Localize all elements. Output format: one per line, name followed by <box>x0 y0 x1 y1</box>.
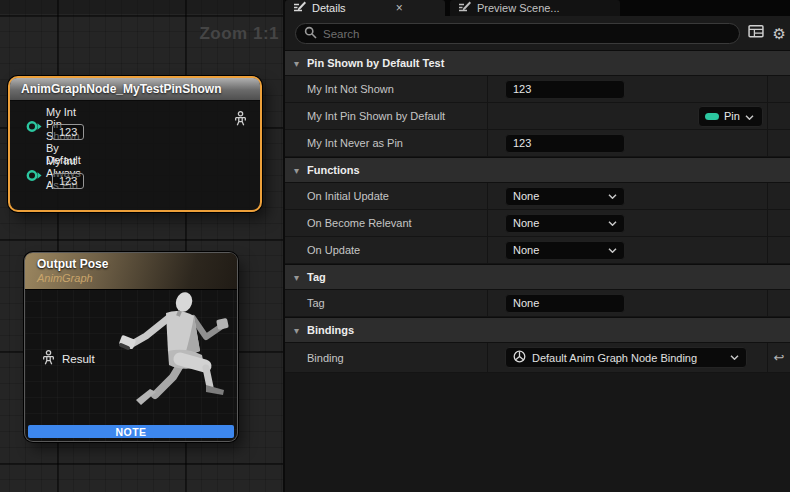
chevron-down-icon: ▾ <box>294 272 299 283</box>
section-header-tag[interactable]: ▾ Tag <box>285 264 790 290</box>
property-label: My Int Pin Shown by Default <box>307 110 445 122</box>
property-row: On Initial Update None <box>285 183 790 210</box>
section-header-functions[interactable]: ▾ Functions <box>285 157 790 183</box>
node-title: Output Pose <box>37 257 237 271</box>
function-dropdown[interactable]: None <box>505 214 625 233</box>
property-row: On Become Relevant None <box>285 210 790 237</box>
function-dropdown[interactable]: None <box>505 187 625 206</box>
close-icon[interactable]: × <box>396 2 403 14</box>
chevron-down-icon <box>608 248 617 253</box>
search-icon <box>304 25 317 43</box>
person-pose-icon <box>42 350 55 367</box>
node-title: AnimGraphNode_MyTestPinShown <box>21 82 221 96</box>
anim-graph-canvas[interactable]: Zoom 1:1 AnimGraphNode_MyTestPinShown My… <box>0 0 283 492</box>
binding-class-icon <box>513 349 526 367</box>
property-label: Tag <box>307 297 325 309</box>
details-pencil-icon <box>293 0 306 17</box>
tab-preview-scene[interactable]: Preview Scene... <box>450 0 620 16</box>
property-row: My Int Never as Pin <box>285 130 790 157</box>
person-pose-icon[interactable] <box>234 111 247 130</box>
node-subtitle: AnimGraph <box>37 272 237 284</box>
property-row: Tag <box>285 290 790 317</box>
property-label: My Int Never as Pin <box>307 137 403 149</box>
int-input[interactable] <box>505 80 625 99</box>
empty-panel-area <box>285 373 790 492</box>
property-row: On Update None <box>285 237 790 264</box>
property-label: My Int Not Shown <box>307 83 394 95</box>
pin-capsule-icon <box>705 113 719 120</box>
chevron-down-icon <box>745 110 754 122</box>
tab-bar: Details × Preview Scene... <box>285 0 790 16</box>
search-input[interactable] <box>323 28 731 40</box>
view-options-table-icon[interactable] <box>748 24 764 42</box>
property-label: On Become Relevant <box>307 217 412 229</box>
running-mannequin-image <box>110 289 235 418</box>
node-header[interactable]: AnimGraphNode_MyTestPinShown <box>10 78 260 101</box>
property-label: On Update <box>307 244 360 256</box>
result-pin-label: Result <box>62 353 95 365</box>
graph-node-output-pose[interactable]: Output Pose AnimGraph <box>25 253 237 441</box>
chevron-down-icon: ▾ <box>294 325 299 336</box>
property-label: On Initial Update <box>307 190 389 202</box>
details-pencil-icon <box>458 0 471 17</box>
unreal-editor-window: Zoom 1:1 AnimGraphNode_MyTestPinShown My… <box>0 0 790 492</box>
note-bar[interactable]: NOTE <box>28 425 234 438</box>
section-header-pin-shown[interactable]: ▾ Pin Shown by Default Test <box>285 50 790 76</box>
tag-input[interactable] <box>505 294 625 313</box>
property-list: ▾ Pin Shown by Default Test My Int Not S… <box>285 50 790 373</box>
chevron-down-icon: ▾ <box>294 58 299 69</box>
chevron-down-icon <box>608 194 617 199</box>
tab-details[interactable]: Details × <box>285 0 445 16</box>
note-label: NOTE <box>115 426 146 438</box>
search-row: ⚙ <box>285 16 790 50</box>
property-row: Binding Default Anim Graph Node Binding <box>285 343 790 373</box>
int-pin-icon[interactable] <box>26 119 43 137</box>
property-label: Binding <box>307 352 344 364</box>
reset-to-default-icon[interactable]: ↩ <box>774 351 785 364</box>
section-header-bindings[interactable]: ▾ Bindings <box>285 317 790 343</box>
chevron-down-icon <box>730 355 739 360</box>
binding-dropdown[interactable]: Default Anim Graph Node Binding <box>505 347 747 368</box>
gear-icon[interactable]: ⚙ <box>773 26 786 41</box>
pin-value-input[interactable]: 123 <box>52 124 84 140</box>
node-header[interactable]: Output Pose AnimGraph <box>25 253 237 290</box>
graph-node-anim-test[interactable]: AnimGraphNode_MyTestPinShown My Int Pin … <box>8 76 262 212</box>
search-box[interactable] <box>295 23 740 44</box>
int-pin-icon[interactable] <box>26 168 43 186</box>
property-row: My Int Not Shown <box>285 76 790 103</box>
chevron-down-icon: ▾ <box>294 165 299 176</box>
pin-value-input[interactable]: 123 <box>52 173 84 189</box>
property-row: My Int Pin Shown by Default Pin <box>285 103 790 130</box>
result-pose-pin[interactable]: Result <box>42 350 95 367</box>
chevron-down-icon <box>608 221 617 226</box>
function-dropdown[interactable]: None <box>505 241 625 260</box>
zoom-indicator: Zoom 1:1 <box>199 24 279 44</box>
graph-top-band <box>0 0 283 14</box>
int-input[interactable] <box>505 134 625 153</box>
tab-label: Preview Scene... <box>477 2 560 14</box>
tab-label: Details <box>312 2 346 14</box>
details-panel: Details × Preview Scene... <box>283 0 790 492</box>
pin-visibility-dropdown[interactable]: Pin <box>698 106 763 127</box>
